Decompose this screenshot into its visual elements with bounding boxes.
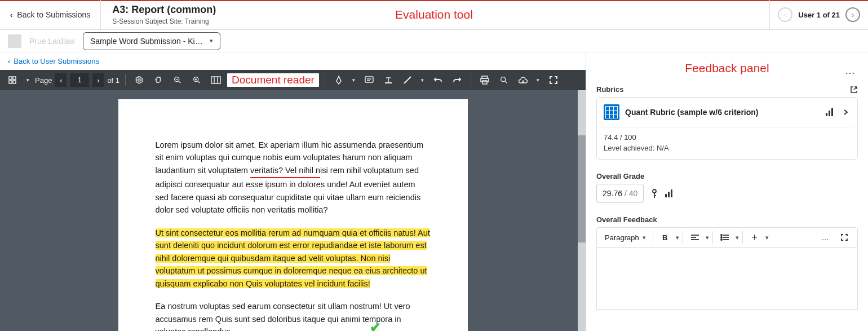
line-tool-icon[interactable] <box>400 72 415 88</box>
document-page: Lorem ipsum dolor sit amet. Ex aperiam i… <box>118 99 468 331</box>
page-prev-button[interactable]: ‹ <box>55 73 67 87</box>
redo-icon[interactable] <box>449 72 465 88</box>
scrollbar-thumb[interactable] <box>578 135 586 242</box>
svg-line-19 <box>404 77 411 83</box>
panel-more-icon[interactable]: … <box>845 65 856 77</box>
pen-menu-chevron-icon[interactable]: ▾ <box>350 72 358 88</box>
rte-style-select[interactable]: Paragraph ▾ <box>601 233 649 242</box>
back-to-user-submissions-label: Back to User Submissions <box>14 57 99 65</box>
rubric-stats-icon[interactable] <box>826 108 835 116</box>
rte-bold-button[interactable]: B <box>657 230 674 245</box>
thumbnails-menu-chevron-icon[interactable]: ▾ <box>24 72 32 88</box>
download-icon[interactable] <box>515 72 531 88</box>
checkmark-annotation-icon: ✔ <box>370 317 381 331</box>
red-underline-annotation: veritatis? Vel nihil n <box>250 164 320 178</box>
grade-stats-icon[interactable] <box>665 189 674 197</box>
paragraph-1: Lorem ipsum dolor sit amet. Ex aperiam i… <box>156 139 431 217</box>
fullscreen-icon[interactable] <box>546 72 561 88</box>
document-toolbar: ▾ Page ‹ › of 1 Document reader <box>0 70 586 90</box>
chevron-down-icon[interactable]: ▾ <box>736 234 739 241</box>
rubric-level: Level achieved: N/A <box>604 144 851 152</box>
rubrics-popout-icon[interactable] <box>850 86 858 94</box>
svg-point-4 <box>138 79 140 81</box>
svg-rect-18 <box>385 82 392 83</box>
zoom-in-icon[interactable] <box>189 72 205 88</box>
user-count-label: User 1 of 21 <box>798 11 840 19</box>
back-to-submissions-label: Back to Submissions <box>17 10 90 19</box>
svg-rect-0 <box>9 77 12 80</box>
page-of-label: of 1 <box>107 76 119 85</box>
document-viewport[interactable]: Lorem ipsum dolor sit amet. Ex aperiam i… <box>0 90 586 331</box>
settings-gear-icon[interactable] <box>131 72 147 88</box>
chevron-down-icon[interactable]: ▾ <box>765 234 769 241</box>
rubric-name: Quant Rubric (sample w/6 criterion) <box>625 108 820 117</box>
document-pane: ‹ Back to User Submissions ▾ Page ‹ › of… <box>0 52 586 331</box>
paragraph-2-highlighted: Ut sint consectetur eos mollitia rerum a… <box>156 227 431 290</box>
rubric-score: 74.4 / 100 <box>604 133 851 142</box>
overall-feedback-heading: Overall Feedback <box>596 215 657 224</box>
svg-line-9 <box>198 81 200 83</box>
svg-point-25 <box>653 189 656 193</box>
next-user-button[interactable]: › <box>845 7 860 22</box>
prev-user-button[interactable]: ‹ <box>778 7 792 22</box>
learner-name: Prue Laidlaw <box>29 37 75 46</box>
chevron-down-icon: ▾ <box>643 234 646 241</box>
back-to-user-submissions-link[interactable]: ‹ Back to User Submissions <box>0 52 586 70</box>
submission-bar: Prue Laidlaw Sample Word Submission - Ki… <box>0 30 868 52</box>
rte-more-icon[interactable]: … <box>817 230 834 245</box>
chevron-left-icon: ‹ <box>8 57 10 65</box>
rte-toolbar: Paragraph ▾ B ▾ ▾ ▾ + ▾ … <box>596 227 858 248</box>
rte-list-button[interactable] <box>716 230 733 245</box>
rubrics-heading: Rubrics <box>596 85 623 94</box>
evaluation-tool-annotation: Evaluation tool <box>395 8 473 21</box>
top-header: ‹ Back to Submissions A3: Report (common… <box>0 0 868 30</box>
overall-grade-value: 29.76 <box>603 189 622 198</box>
chevron-left-icon: ‹ <box>10 11 12 19</box>
rubric-expand-button[interactable] <box>840 108 851 116</box>
back-to-submissions-button[interactable]: ‹ Back to Submissions <box>0 0 101 29</box>
zoom-out-icon[interactable] <box>170 72 185 88</box>
svg-line-24 <box>505 81 507 83</box>
rte-align-button[interactable] <box>687 230 703 245</box>
page-layout-icon[interactable] <box>208 72 224 88</box>
rte-fullscreen-icon[interactable] <box>836 230 853 245</box>
print-icon[interactable] <box>477 72 493 88</box>
rubric-card: Quant Rubric (sample w/6 criterion) 74.4… <box>596 97 858 160</box>
file-select[interactable]: Sample Word Submission - Ki… ▾ <box>83 32 220 50</box>
chevron-down-icon[interactable]: ▾ <box>706 234 709 241</box>
svg-rect-1 <box>13 77 16 80</box>
note-icon[interactable] <box>361 72 377 88</box>
svg-rect-3 <box>13 81 16 83</box>
line-menu-chevron-icon[interactable]: ▾ <box>419 72 427 88</box>
svg-rect-12 <box>211 77 220 83</box>
svg-point-31 <box>721 235 722 236</box>
page-number-input[interactable] <box>70 73 89 87</box>
rte-editor[interactable] <box>596 248 858 310</box>
overall-grade-of: / 40 <box>625 189 637 198</box>
title-block: A3: Report (common) S-Session Subject Si… <box>101 0 227 29</box>
undo-icon[interactable] <box>430 72 446 88</box>
page-next-button[interactable]: › <box>92 73 104 87</box>
text-annotation-icon[interactable] <box>380 72 396 88</box>
svg-line-6 <box>179 81 180 83</box>
svg-rect-2 <box>9 81 12 83</box>
avatar <box>8 34 21 48</box>
svg-point-23 <box>501 77 506 82</box>
chevron-down-icon[interactable]: ▾ <box>676 234 679 241</box>
rubric-grid-icon <box>604 104 619 120</box>
pen-annotate-icon[interactable] <box>331 72 347 88</box>
download-menu-chevron-icon[interactable]: ▾ <box>534 72 542 88</box>
grade-key-icon[interactable] <box>650 188 658 198</box>
svg-rect-15 <box>365 77 373 82</box>
rte-style-label: Paragraph <box>605 233 639 242</box>
thumbnails-icon[interactable] <box>5 72 20 88</box>
search-icon[interactable] <box>496 72 512 88</box>
overall-grade-heading: Overall Grade <box>596 172 644 180</box>
svg-point-32 <box>721 237 722 238</box>
overall-grade-input[interactable]: 29.76 / 40 <box>596 184 644 203</box>
pan-hand-icon[interactable] <box>150 72 166 88</box>
svg-point-33 <box>721 239 722 240</box>
feedback-panel: Feedback panel … Rubrics Quant Rubric (s… <box>586 52 868 331</box>
rte-insert-button[interactable]: + <box>746 230 763 245</box>
file-select-label: Sample Word Submission - Ki… <box>90 37 203 46</box>
